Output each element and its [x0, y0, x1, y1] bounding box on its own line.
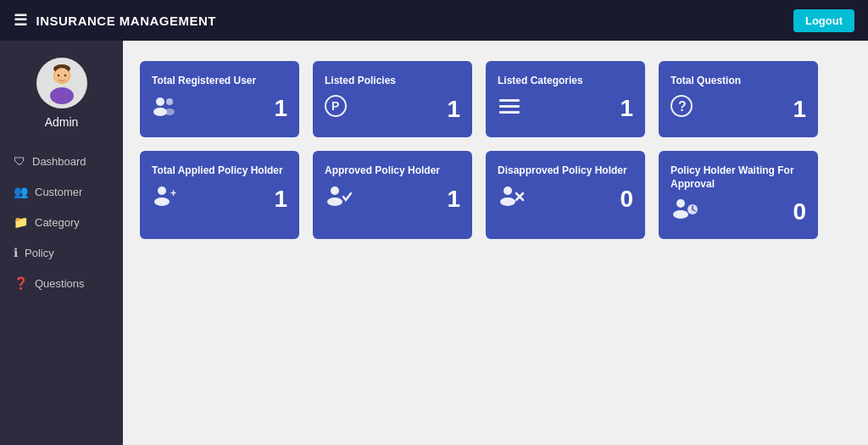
card-total-question[interactable]: Total Question ? 1: [659, 61, 818, 137]
policy-icon: ℹ: [14, 246, 18, 259]
card-disapproved-policy-holder[interactable]: Disapproved Policy Holder 0: [486, 151, 645, 239]
card-listed-policies[interactable]: Listed Policies P 1: [313, 61, 472, 137]
category-icon: 📁: [14, 215, 28, 229]
card-total-applied-policy-holder[interactable]: Total Applied Policy Holder + 1: [140, 151, 299, 239]
svg-rect-13: [499, 105, 520, 108]
svg-text:?: ?: [678, 99, 687, 114]
dashboard-icon: 🛡: [14, 154, 25, 168]
card-icon-total-question: ?: [670, 95, 693, 123]
svg-rect-12: [499, 99, 520, 102]
svg-point-8: [166, 98, 173, 105]
card-value-total-registered-user: 1: [274, 95, 287, 122]
svg-text:+: +: [170, 187, 176, 199]
navbar-left: ☰ INSURANCE MANAGEMENT: [14, 11, 216, 30]
sidebar-label-customer: Customer: [35, 186, 82, 198]
main-content: Total Registered User 1 Listed Policies: [123, 41, 868, 445]
sidebar-label-policy: Policy: [25, 247, 54, 259]
sidebar-item-category[interactable]: 📁 Category: [0, 207, 123, 237]
hamburger-icon[interactable]: ☰: [14, 11, 28, 30]
card-icon-approved: [325, 185, 352, 213]
card-title-listed-categories: Listed Categories: [498, 75, 633, 88]
card-total-registered-user[interactable]: Total Registered User 1: [140, 61, 299, 137]
avatar: [36, 58, 87, 108]
card-title-waiting: Policy Holder Waiting For Approval: [670, 164, 806, 191]
card-waiting-approval[interactable]: Policy Holder Waiting For Approval 0: [659, 151, 818, 239]
svg-text:P: P: [331, 99, 339, 113]
svg-point-23: [500, 197, 515, 206]
sidebar-label-category: Category: [35, 216, 80, 229]
card-icon-listed-categories: [498, 96, 521, 122]
svg-point-4: [57, 75, 58, 76]
svg-point-3: [50, 87, 74, 104]
svg-point-9: [164, 108, 175, 115]
logout-button[interactable]: Logout: [793, 9, 854, 32]
svg-point-18: [154, 197, 170, 206]
card-value-listed-categories: 1: [620, 95, 633, 122]
svg-point-22: [504, 186, 512, 195]
customer-icon: 👥: [14, 185, 28, 198]
svg-point-17: [158, 186, 166, 195]
card-icon-disapproved: [498, 185, 525, 213]
svg-point-26: [676, 199, 685, 208]
stats-grid-row2: Total Applied Policy Holder + 1 Approved…: [140, 151, 818, 239]
svg-rect-14: [499, 111, 520, 114]
layout: Admin 🛡 Dashboard 👥 Customer 📁 Category …: [0, 41, 868, 445]
card-title-total-registered-user: Total Registered User: [152, 75, 287, 88]
card-value-waiting: 0: [793, 198, 806, 225]
sidebar-label-dashboard: Dashboard: [32, 155, 86, 168]
card-value-disapproved: 0: [620, 186, 633, 213]
svg-point-27: [673, 210, 688, 219]
questions-icon: ❓: [14, 276, 28, 290]
svg-point-21: [327, 197, 342, 206]
card-value-listed-policies: 1: [447, 96, 460, 123]
card-icon-waiting: [670, 197, 698, 225]
svg-point-20: [331, 186, 339, 195]
sidebar-item-dashboard[interactable]: 🛡 Dashboard: [0, 146, 123, 176]
card-value-approved: 1: [447, 186, 460, 213]
sidebar: Admin 🛡 Dashboard 👥 Customer 📁 Category …: [0, 41, 123, 445]
card-listed-categories[interactable]: Listed Categories 1: [486, 61, 645, 137]
card-title-disapproved: Disapproved Policy Holder: [498, 164, 633, 178]
card-icon-listed-policies: P: [325, 95, 347, 123]
card-title-listed-policies: Listed Policies: [325, 75, 460, 88]
card-approved-policy-holder[interactable]: Approved Policy Holder 1: [313, 151, 472, 239]
sidebar-item-customer[interactable]: 👥 Customer: [0, 176, 123, 207]
card-title-approved: Approved Policy Holder: [325, 164, 460, 178]
app-title: INSURANCE MANAGEMENT: [36, 14, 217, 28]
card-title-total-applied: Total Applied Policy Holder: [152, 164, 287, 178]
sidebar-item-questions[interactable]: ❓ Questions: [0, 268, 123, 298]
card-value-total-question: 1: [793, 96, 806, 123]
sidebar-item-policy[interactable]: ℹ Policy: [0, 237, 123, 268]
stats-grid-row1: Total Registered User 1 Listed Policies: [140, 61, 818, 137]
navbar: ☰ INSURANCE MANAGEMENT Logout: [0, 0, 868, 41]
card-value-total-applied: 1: [274, 186, 287, 213]
card-title-total-question: Total Question: [670, 75, 806, 88]
card-icon-total-registered-user: [152, 96, 177, 122]
card-icon-total-applied: +: [152, 185, 177, 213]
svg-point-5: [64, 75, 65, 76]
sidebar-label-questions: Questions: [35, 277, 85, 290]
admin-label: Admin: [45, 115, 79, 129]
svg-point-6: [156, 97, 164, 106]
